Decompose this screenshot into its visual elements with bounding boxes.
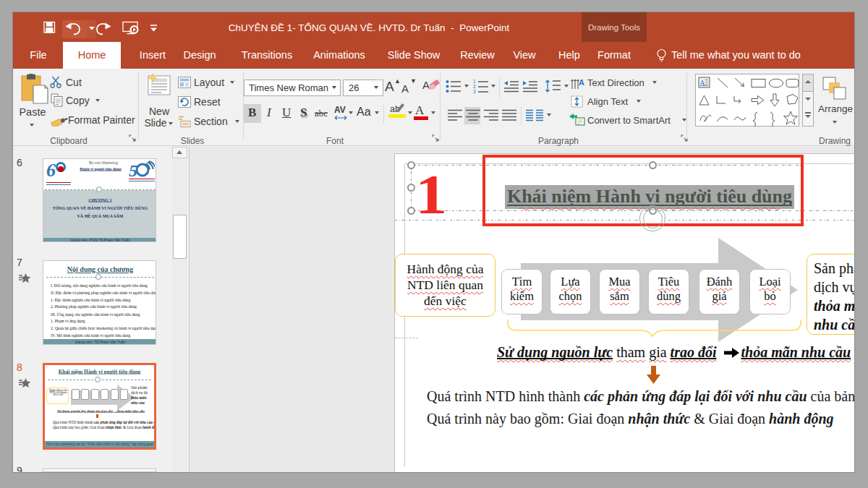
- svg-text:1: 1: [473, 79, 476, 84]
- svg-text:2: 2: [473, 84, 476, 89]
- svg-text:3: 3: [473, 89, 476, 93]
- svg-text:A: A: [579, 78, 584, 87]
- svg-text:A: A: [700, 80, 705, 87]
